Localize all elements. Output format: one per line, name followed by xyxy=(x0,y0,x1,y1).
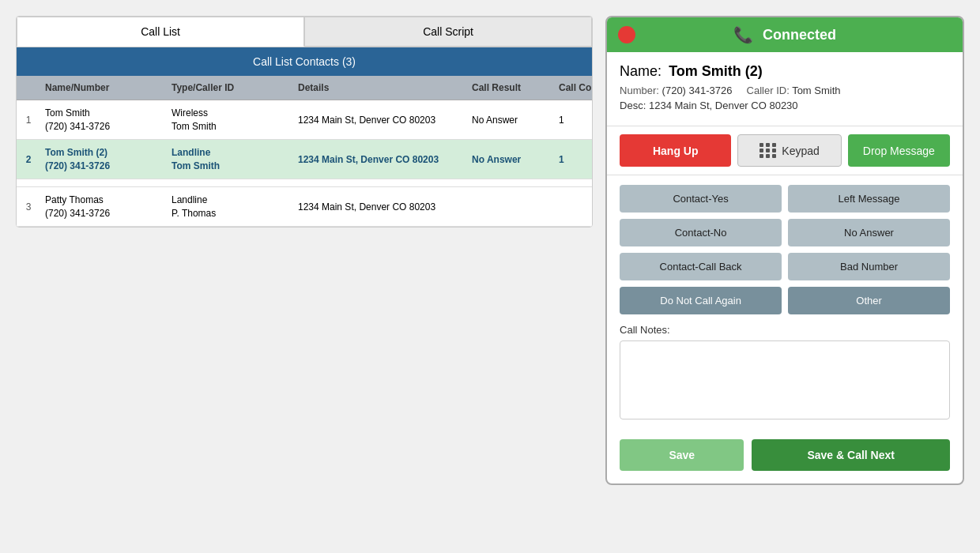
desc-line: Desc: 1234 Main St, Denver CO 80230 xyxy=(620,100,950,111)
col-result: Call Result xyxy=(467,81,554,95)
contacts-header: Call List Contacts (3) xyxy=(17,47,592,76)
number-label: Number: xyxy=(620,85,659,96)
row-result xyxy=(467,204,554,210)
contact-name: Tom Smith (2) xyxy=(669,63,763,79)
phone-icon: 📞 xyxy=(733,25,753,44)
red-dot-icon xyxy=(618,26,635,43)
table-row[interactable]: 3 Patty Thomas (720) 341-3726 Landline P… xyxy=(17,187,592,227)
desc-value: 1234 Main St, Denver CO 80230 xyxy=(649,100,798,111)
col-name: Name/Number xyxy=(40,81,167,95)
name-label: Name: xyxy=(620,63,662,79)
notes-section: Call Notes: xyxy=(607,324,963,431)
no-answer-button[interactable]: No Answer xyxy=(788,219,950,246)
table-header: Name/Number Type/Caller ID Details Call … xyxy=(17,76,592,100)
result-buttons: Contact-Yes Left Message Contact-No No A… xyxy=(607,175,963,324)
caller-id-label: Caller ID: xyxy=(747,85,790,96)
spacer-row xyxy=(17,179,592,187)
main-container: Call List Call Script Call List Contacts… xyxy=(8,8,972,545)
keypad-button[interactable]: Keypad xyxy=(737,134,841,167)
contact-call-back-button[interactable]: Contact-Call Back xyxy=(620,253,782,280)
row-count: 1 xyxy=(554,111,593,129)
row-number: (720) 341-3726 xyxy=(45,207,162,220)
table-row[interactable]: 2 Tom Smith (2) (720) 341-3726 Landline … xyxy=(17,140,592,179)
caller-id-value: Tom Smith xyxy=(792,85,840,96)
call-notes-input[interactable] xyxy=(620,340,950,419)
table-row[interactable]: 1 Tom Smith (720) 341-3726 Wireless Tom … xyxy=(17,100,592,140)
left-message-button[interactable]: Left Message xyxy=(788,185,950,213)
row-caller-id: Tom Smith xyxy=(172,160,288,173)
right-panel: 📞 Connected Name: Tom Smith (2) Number: … xyxy=(605,16,964,485)
col-num xyxy=(17,81,40,95)
keypad-label: Keypad xyxy=(782,145,819,157)
drop-message-button[interactable]: Drop Message xyxy=(848,134,950,167)
bad-number-button[interactable]: Bad Number xyxy=(788,253,950,280)
tabs: Call List Call Script xyxy=(17,17,592,47)
contact-yes-button[interactable]: Contact-Yes xyxy=(620,185,782,213)
row-type: Wireless xyxy=(172,107,288,120)
connected-bar: 📞 Connected xyxy=(607,17,963,52)
name-cell: Tom Smith (2) (720) 341-3726 xyxy=(40,143,167,176)
row-num: 3 xyxy=(17,198,40,216)
row-type: Landline xyxy=(172,146,288,160)
type-cell: Landline P. Thomas xyxy=(167,190,293,224)
type-cell: Wireless Tom Smith xyxy=(167,103,293,137)
row-name: Tom Smith (2) xyxy=(45,146,162,160)
type-cell: Landline Tom Smith xyxy=(167,143,293,176)
hang-up-button[interactable]: Hang Up xyxy=(620,134,731,167)
contact-no-button[interactable]: Contact-No xyxy=(620,219,782,246)
row-number: (720) 341-3726 xyxy=(45,160,162,173)
col-type: Type/Caller ID xyxy=(167,81,293,95)
row-result: No Answer xyxy=(467,151,554,168)
row-type: Landline xyxy=(172,194,288,207)
row-caller-id: P. Thomas xyxy=(172,207,288,220)
col-count: Call Count xyxy=(554,81,593,95)
save-button[interactable]: Save xyxy=(620,439,744,471)
row-name: Patty Thomas xyxy=(45,194,162,207)
connected-status: Connected xyxy=(763,27,836,43)
row-count: 1 xyxy=(554,151,593,168)
contact-name-line: Name: Tom Smith (2) xyxy=(620,63,950,80)
row-num: 2 xyxy=(17,151,40,168)
col-details: Details xyxy=(293,81,467,95)
row-caller-id: Tom Smith xyxy=(172,120,288,134)
row-result: No Answer xyxy=(467,111,554,129)
contact-number-line: Number: (720) 341-3726 Caller ID: Tom Sm… xyxy=(620,85,950,96)
row-number: (720) 341-3726 xyxy=(45,120,162,134)
keypad-icon xyxy=(760,143,777,158)
row-details: 1234 Main St, Denver CO 80203 xyxy=(293,151,467,168)
row-name: Tom Smith xyxy=(45,107,162,120)
name-cell: Patty Thomas (720) 341-3726 xyxy=(40,190,167,224)
info-section: Name: Tom Smith (2) Number: (720) 341-37… xyxy=(607,52,963,126)
tab-call-list[interactable]: Call List xyxy=(17,17,304,47)
call-notes-label: Call Notes: xyxy=(620,324,950,336)
name-cell: Tom Smith (720) 341-3726 xyxy=(40,103,167,137)
left-panel: Call List Call Script Call List Contacts… xyxy=(16,16,593,228)
tab-call-script[interactable]: Call Script xyxy=(304,17,592,47)
row-num: 1 xyxy=(17,111,40,129)
bottom-buttons: Save Save & Call Next xyxy=(607,431,963,483)
action-buttons: Hang Up Keypad Drop Message xyxy=(607,126,963,175)
other-button[interactable]: Other xyxy=(788,287,950,314)
desc-label: Desc: xyxy=(620,100,646,111)
row-details: 1234 Main St, Denver CO 80203 xyxy=(293,198,467,216)
row-details: 1234 Main St, Denver CO 80203 xyxy=(293,111,467,129)
row-count xyxy=(554,204,593,210)
do-not-call-again-button[interactable]: Do Not Call Again xyxy=(620,287,782,314)
save-call-next-button[interactable]: Save & Call Next xyxy=(752,439,950,471)
number-value: (720) 341-3726 xyxy=(662,85,733,96)
